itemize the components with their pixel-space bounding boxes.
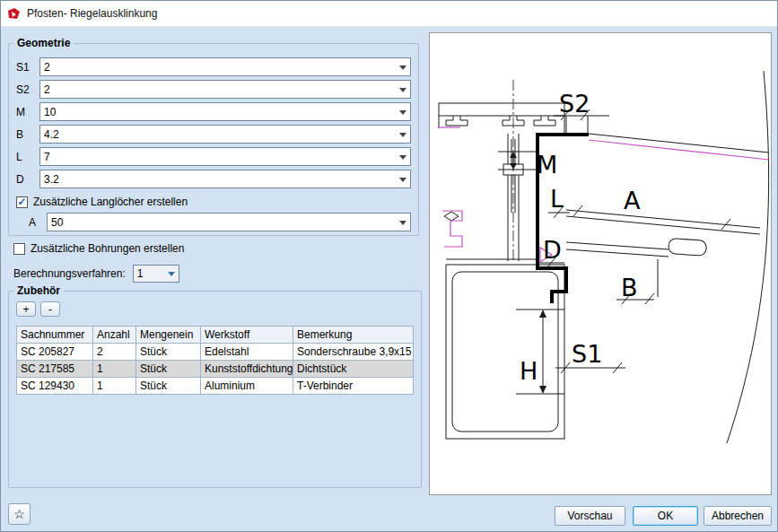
m-value: 10 xyxy=(40,106,396,118)
dim-label-d: D xyxy=(543,236,562,264)
zubehoer-group-label: Zubehör xyxy=(13,284,64,297)
field-label-m: M xyxy=(16,106,39,118)
table-row[interactable]: SC 205827 2 Stück Edelstahl Sonderschrau… xyxy=(17,344,414,361)
chevron-down-icon[interactable] xyxy=(396,126,410,143)
ok-button[interactable]: OK xyxy=(633,506,698,526)
zubehoer-table: Sachnummer Anzahl Mengenein Werkstoff Be… xyxy=(16,326,414,395)
d-combobox[interactable]: 3.2 xyxy=(39,170,411,188)
dialog-pfosten-riegelausklinkung: Pfosten- Riegelausklinkung Geometrie S1 … xyxy=(0,0,778,532)
table-cell[interactable]: Kunststoffdichtung xyxy=(201,361,293,378)
table-cell[interactable]: Edelstahl xyxy=(201,344,293,361)
star-icon: ☆ xyxy=(13,507,25,521)
b-value: 4.2 xyxy=(40,128,396,141)
table-cell[interactable]: Aluminium xyxy=(201,378,293,395)
field-label-l: L xyxy=(16,151,39,163)
bohrungen-checkbox[interactable] xyxy=(13,243,25,255)
chevron-down-icon[interactable] xyxy=(396,214,410,231)
berechnungsverfahren-combobox[interactable]: 1 xyxy=(133,265,179,283)
field-row-s1: S1 2 xyxy=(16,57,411,76)
drawing-panel: S2 M L A D B H S1 xyxy=(429,32,772,495)
vorschau-button[interactable]: Vorschau xyxy=(555,506,625,526)
app-icon xyxy=(7,7,21,21)
geometrie-group-label: Geometrie xyxy=(13,37,74,49)
dim-label-s1: S1 xyxy=(572,340,602,368)
table-cell[interactable]: 2 xyxy=(93,344,136,361)
langloecher-row: Zusätzliche Langlöcher erstellen xyxy=(16,195,411,209)
chevron-down-icon[interactable] xyxy=(396,58,410,75)
table-row[interactable]: SC 217585 1 Stück Kunststoffdichtung Dic… xyxy=(17,361,414,378)
col-header-mengenein: Mengenein xyxy=(136,327,201,344)
dim-label-l: L xyxy=(550,185,564,213)
window-title: Pfosten- Riegelausklinkung xyxy=(27,7,157,20)
s2-value: 2 xyxy=(40,83,396,96)
chevron-down-icon[interactable] xyxy=(164,266,179,282)
field-row-a: A 50 xyxy=(29,213,411,231)
geometrie-group: Geometrie S1 2 S2 2 M 10 B 4. xyxy=(8,37,419,236)
chevron-down-icon[interactable] xyxy=(396,148,410,165)
table-row[interactable]: SC 129430 1 Stück Aluminium T-Verbinder xyxy=(17,378,414,395)
field-row-l: L 7 xyxy=(16,147,411,166)
dim-label-b: B xyxy=(621,274,638,301)
field-label-s2: S2 xyxy=(16,83,39,96)
table-cell[interactable]: 1 xyxy=(93,361,136,378)
favorite-button[interactable]: ☆ xyxy=(8,503,31,525)
table-cell[interactable]: SC 217585 xyxy=(17,361,93,378)
accessory-toolbar: + - xyxy=(16,301,421,317)
remove-accessory-button[interactable]: - xyxy=(40,301,60,317)
field-row-s2: S2 2 xyxy=(16,80,411,99)
a-value: 50 xyxy=(48,216,396,229)
field-row-b: B 4.2 xyxy=(16,125,411,144)
s1-value: 2 xyxy=(40,61,396,74)
chevron-down-icon[interactable] xyxy=(396,103,410,120)
table-cell[interactable]: Stück xyxy=(136,361,201,378)
zubehoer-group: Zubehör + - Sachnummer Anzahl Mengenein … xyxy=(8,284,422,488)
dim-label-a: A xyxy=(624,187,641,214)
chevron-down-icon[interactable] xyxy=(396,81,410,98)
berechnungsverfahren-row: Berechnungsverfahren: 1 xyxy=(13,265,179,283)
langloecher-label: Zusätzliche Langlöcher erstellen xyxy=(33,196,188,208)
chevron-down-icon[interactable] xyxy=(396,170,410,188)
a-combobox[interactable]: 50 xyxy=(47,213,411,231)
berechnungsverfahren-label: Berechnungsverfahren: xyxy=(13,267,126,280)
table-header-row: Sachnummer Anzahl Mengenein Werkstoff Be… xyxy=(17,327,414,344)
dim-label-h: H xyxy=(520,357,538,385)
field-row-d: D 3.2 xyxy=(16,170,411,188)
titlebar: Pfosten- Riegelausklinkung xyxy=(1,1,777,27)
abbrechen-button[interactable]: Abbrechen xyxy=(704,506,772,526)
table-cell[interactable]: T-Verbinder xyxy=(293,378,414,395)
table-cell[interactable]: Stück xyxy=(136,344,201,361)
table-cell[interactable]: 1 xyxy=(93,378,136,395)
table-cell[interactable]: SC 129430 xyxy=(17,378,93,395)
col-header-bemerkung: Bemerkung xyxy=(293,327,414,344)
field-label-a: A xyxy=(29,216,47,229)
langloecher-checkbox[interactable] xyxy=(16,196,28,208)
table-cell[interactable]: SC 205827 xyxy=(17,344,93,361)
field-label-s1: S1 xyxy=(16,61,39,74)
dim-label-m: M xyxy=(537,151,557,179)
add-accessory-button[interactable]: + xyxy=(16,301,36,317)
bohrungen-label: Zusätzliche Bohrungen erstellen xyxy=(31,242,184,255)
col-header-anzahl: Anzahl xyxy=(93,327,136,344)
berechnungsverfahren-value: 1 xyxy=(134,267,164,280)
s2-combobox[interactable]: 2 xyxy=(39,80,411,99)
table-cell[interactable]: Dichtstück xyxy=(293,361,414,378)
table-cell[interactable]: Stück xyxy=(136,378,201,395)
l-combobox[interactable]: 7 xyxy=(39,147,411,166)
m-combobox[interactable]: 10 xyxy=(39,102,411,121)
cad-drawing-svg: S2 M L A D B H S1 xyxy=(430,33,771,494)
d-value: 3.2 xyxy=(40,173,396,186)
b-combobox[interactable]: 4.2 xyxy=(39,125,411,144)
field-label-b: B xyxy=(16,128,39,141)
field-label-d: D xyxy=(16,173,39,186)
col-header-werkstoff: Werkstoff xyxy=(201,327,293,344)
s1-combobox[interactable]: 2 xyxy=(39,57,411,76)
col-header-sachnummer: Sachnummer xyxy=(17,327,93,344)
dim-label-s2: S2 xyxy=(559,90,590,118)
field-row-m: M 10 xyxy=(16,102,411,121)
table-cell[interactable]: Sonderschraube 3,9x15 xyxy=(293,344,414,361)
l-value: 7 xyxy=(40,151,396,163)
bohrungen-row: Zusätzliche Bohrungen erstellen xyxy=(13,242,184,255)
